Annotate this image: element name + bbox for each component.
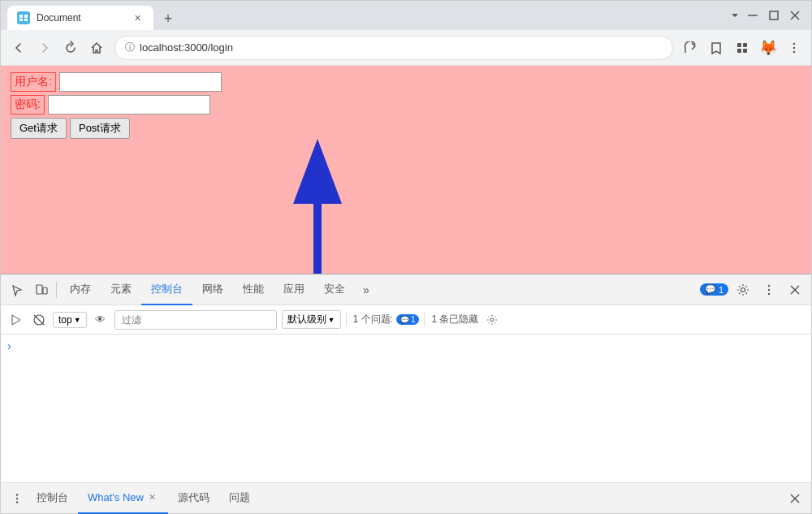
svg-point-32 [16,501,18,503]
svg-rect-6 [770,11,778,19]
svg-rect-11 [737,49,741,53]
share-button[interactable] [680,37,701,58]
form-buttons: Get请求 Post请求 [11,118,801,139]
svg-rect-12 [743,49,747,53]
execute-script-button[interactable] [7,311,25,329]
svg-marker-26 [12,315,20,325]
svg-marker-17 [293,139,342,204]
svg-point-31 [16,497,18,499]
svg-rect-18 [37,285,42,294]
tab-title: Document [37,12,124,24]
new-tab-button[interactable]: + [157,7,179,30]
bottom-tab-devtools[interactable]: 控制台 [27,483,78,514]
devtools-device-mode-button[interactable] [30,279,53,301]
tab-memory[interactable]: 内存 [60,274,101,305]
svg-point-23 [768,292,770,294]
extension-button[interactable] [732,37,753,58]
home-button[interactable] [85,37,108,59]
svg-point-22 [768,288,770,290]
tab-application[interactable]: 应用 [274,274,314,305]
filter-input[interactable] [114,310,277,330]
issues-label: 1 个问题: [353,313,393,326]
messages-badge: 💬 1 [700,283,728,296]
context-dropdown-icon: ▼ [74,316,81,324]
menu-button[interactable] [784,37,805,58]
log-level-selector[interactable]: 默认级别 ▼ [282,310,341,329]
profile-button[interactable]: 🦊 [758,37,779,58]
issues-count-badge[interactable]: 💬 1 [396,314,420,325]
username-input[interactable] [59,72,222,92]
tab-network[interactable]: 网络 [192,274,233,305]
back-button[interactable] [7,37,30,59]
title-bar: Document ✕ + [1,1,811,30]
toolbar-divider [56,282,57,298]
bottom-close-button[interactable] [785,493,805,504]
forward-button[interactable] [33,37,56,59]
eye-button[interactable]: 👁 [92,311,110,329]
minimize-chevron-icon [728,9,741,22]
devtools-tabs: 内存 元素 控制台 网络 性能 应用 安全 [60,274,698,305]
svg-point-29 [490,318,494,322]
username-row: 用户名: [11,72,801,92]
message-icon: 💬 [705,284,716,295]
tab-console[interactable]: 控制台 [141,274,192,305]
devtools-toolbar: 内存 元素 控制台 网络 性能 应用 安全 [1,274,811,305]
svg-rect-1 [19,15,23,18]
issues-badge: 1 个问题: 💬 1 [346,313,420,326]
username-label: 用户名: [11,72,56,92]
clear-console-button[interactable] [30,311,48,329]
tab-favicon [17,11,30,24]
context-selector[interactable]: top ▼ [53,312,87,328]
svg-point-20 [741,287,745,292]
minimize-button[interactable] [743,6,762,25]
message-icon-small: 💬 [400,316,409,324]
svg-point-15 [793,50,795,52]
arrow-annotation [285,131,350,274]
login-form: 用户名: 密码: Get请求 Post请求 [1,66,811,145]
devtools-panel: 内存 元素 控制台 网络 性能 应用 安全 [1,274,811,513]
svg-rect-4 [24,19,28,21]
bookmark-button[interactable] [706,37,727,58]
password-input[interactable] [48,95,210,114]
browser-tab[interactable]: Document ✕ [7,6,153,30]
post-request-button[interactable]: Post请求 [70,118,130,139]
close-button[interactable] [785,6,805,25]
get-request-button[interactable]: Get请求 [11,118,67,139]
devtools-more-button[interactable] [758,279,780,301]
svg-rect-10 [743,43,747,47]
devtools-close-button[interactable] [784,279,806,301]
bottom-tab-source-code[interactable]: 源代码 [168,483,219,514]
svg-point-13 [793,42,795,44]
window-controls [728,6,805,25]
devtools-select-mode-button[interactable] [6,279,28,301]
svg-point-21 [768,284,770,286]
svg-point-14 [793,46,795,48]
svg-rect-19 [43,287,47,294]
context-label: top [58,314,72,326]
console-prompt-arrow[interactable]: › [7,339,11,352]
more-tabs-button[interactable]: » [355,279,378,301]
svg-rect-0 [18,12,29,24]
bottom-tab-whats-new[interactable]: What's New ✕ [78,483,168,514]
address-actions: 🦊 [680,37,805,58]
maximize-button[interactable] [764,6,784,25]
console-settings-button[interactable] [483,311,501,329]
devtools-bottom-tabs: 控制台 What's New ✕ 源代码 问题 [1,482,811,513]
whats-new-close-button[interactable]: ✕ [147,492,158,503]
tab-performance[interactable]: 性能 [233,274,274,305]
tab-close-button[interactable]: ✕ [131,11,144,24]
bottom-tab-issues[interactable]: 问题 [219,483,260,514]
refresh-button[interactable] [59,37,82,59]
page-content: 用户名: 密码: Get请求 Post请求 [1,66,811,274]
devtools-settings-button[interactable] [732,279,754,301]
tab-elements[interactable]: 元素 [101,274,141,305]
devtools-right-actions: 💬 1 [700,279,806,301]
bottom-tabs-menu-button[interactable] [7,493,27,504]
address-bar: ⓘ localhost:3000/login 🦊 [1,30,811,66]
hidden-count-badge: 1 条已隐藏 [424,313,478,326]
svg-point-30 [16,494,18,495]
level-dropdown-icon: ▼ [328,316,335,324]
devtools-console-bar: top ▼ 👁 默认级别 ▼ 1 个问题: 💬 1 1 条已隐藏 [1,305,811,335]
url-bar[interactable]: ⓘ localhost:3000/login [114,36,673,60]
tab-security[interactable]: 安全 [314,274,355,305]
